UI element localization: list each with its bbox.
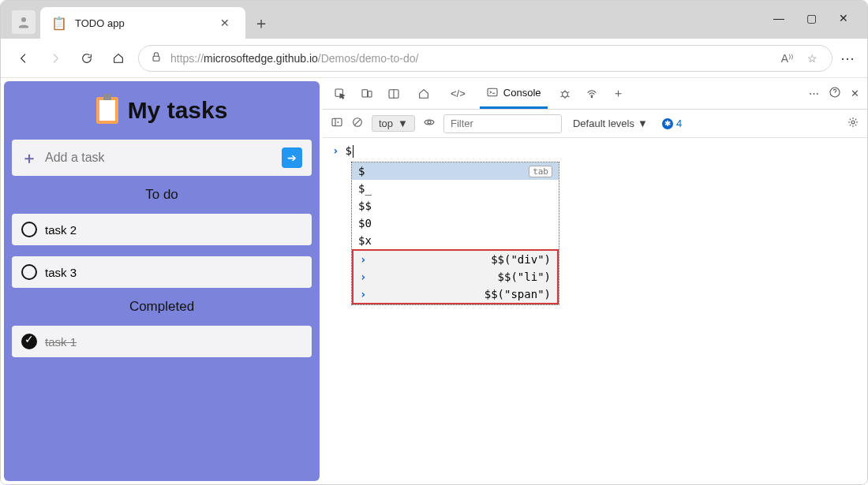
content-area: My tasks ＋ ➔ To do task 2 task 3 Complet… — [1, 78, 867, 484]
completed-section-label: Completed — [12, 299, 312, 315]
lock-icon — [150, 50, 163, 65]
profile-button[interactable] — [12, 10, 36, 34]
svg-rect-11 — [332, 118, 342, 125]
devtools-close-icon[interactable]: ✕ — [851, 88, 859, 99]
tab-close-icon[interactable]: ✕ — [215, 15, 234, 31]
task-item-completed[interactable]: task 1 — [12, 326, 312, 357]
svg-rect-3 — [362, 89, 368, 96]
devtools-tabbar: </> Console ＋ ⋯ ✕ — [323, 78, 867, 110]
bug-icon[interactable] — [556, 88, 574, 100]
svg-rect-7 — [488, 88, 497, 95]
suggestion-item[interactable]: $x — [352, 232, 559, 249]
prompt-caret-icon: › — [332, 144, 339, 157]
maximize-icon[interactable]: ▢ — [806, 12, 817, 24]
issues-counter[interactable]: ✱4 — [662, 118, 682, 129]
context-selector[interactable]: top ▼ — [372, 115, 415, 132]
dock-icon[interactable] — [384, 88, 403, 100]
history-item[interactable]: ›$$("div") — [354, 249, 557, 268]
task-item[interactable]: task 2 — [12, 214, 312, 245]
read-aloud-icon[interactable]: A⁾⁾ — [778, 52, 796, 65]
tab-key-hint: tab — [529, 166, 552, 177]
task-checkbox[interactable] — [21, 264, 37, 280]
svg-point-15 — [428, 121, 431, 124]
console-settings-icon[interactable] — [847, 116, 859, 131]
console-toolbar: top ▼ Default levels ▼ ✱4 — [323, 110, 867, 138]
suggestion-item[interactable]: $_ — [352, 180, 559, 197]
minimize-icon[interactable]: — — [773, 12, 784, 24]
tab-console[interactable]: Console — [480, 78, 548, 109]
tab-title: TODO app — [75, 17, 208, 29]
tab-favicon: 📋 — [51, 16, 67, 31]
history-item[interactable]: ›$$("li") — [354, 268, 557, 285]
task-text: task 1 — [45, 335, 77, 349]
address-bar: https://microsoftedge.github.io/Demos/de… — [1, 39, 867, 78]
titlebar: 📋 TODO app ✕ ＋ — ▢ ✕ — [1, 1, 867, 39]
devtools-more-icon[interactable]: ⋯ — [809, 88, 819, 99]
new-tab-button[interactable]: ＋ — [245, 7, 277, 39]
svg-point-8 — [562, 91, 567, 97]
task-item[interactable]: task 3 — [12, 256, 312, 288]
svg-rect-4 — [368, 91, 372, 96]
submit-task-button[interactable]: ➔ — [282, 147, 302, 168]
home-button[interactable] — [107, 47, 130, 70]
devtools-panel: </> Console ＋ ⋯ ✕ top ▼ Default levels ▼… — [323, 78, 867, 484]
suggestion-item[interactable]: $0 — [352, 215, 559, 232]
svg-point-9 — [591, 96, 592, 97]
network-conditions-icon[interactable] — [582, 88, 601, 100]
device-icon[interactable] — [357, 88, 376, 100]
tab-elements[interactable]: </> — [444, 78, 472, 109]
todo-app: My tasks ＋ ➔ To do task 2 task 3 Complet… — [4, 81, 320, 481]
task-text: task 2 — [45, 223, 77, 237]
favorite-icon[interactable]: ☆ — [804, 52, 821, 65]
svg-rect-1 — [153, 56, 159, 61]
refresh-button[interactable] — [75, 47, 99, 70]
console-filter-input[interactable] — [443, 114, 562, 133]
browser-menu-icon[interactable]: ⋯ — [840, 50, 856, 67]
clear-console-icon[interactable] — [351, 116, 364, 131]
svg-point-0 — [21, 17, 26, 22]
task-checkbox-checked[interactable] — [21, 334, 37, 349]
url-field[interactable]: https://microsoftedge.github.io/Demos/de… — [138, 45, 832, 72]
console-input-text: $ — [345, 144, 351, 157]
svg-point-16 — [851, 121, 855, 124]
task-checkbox[interactable] — [21, 222, 37, 237]
console-prompt[interactable]: › $ — [323, 138, 867, 164]
log-levels-selector[interactable]: Default levels ▼ — [573, 118, 648, 129]
clipboard-icon — [96, 97, 118, 124]
tab-welcome[interactable] — [411, 78, 436, 109]
browser-tab[interactable]: 📋 TODO app ✕ — [40, 7, 245, 39]
task-text: task 3 — [45, 266, 77, 279]
history-item[interactable]: ›$$("span") — [354, 285, 557, 303]
app-title: My tasks — [12, 89, 312, 129]
add-task-row: ＋ ➔ — [12, 140, 312, 176]
live-expression-icon[interactable] — [423, 116, 436, 131]
forward-button — [43, 47, 67, 70]
help-icon[interactable] — [829, 86, 841, 101]
window-controls: — ▢ ✕ — [773, 1, 867, 35]
autocomplete-popup: $ tab $_ $$ $0 $x ›$$("div") ›$$("li") ›… — [351, 162, 559, 305]
todo-section-label: To do — [12, 187, 312, 203]
toggle-sidebar-icon[interactable] — [331, 116, 343, 131]
inspect-icon[interactable] — [331, 88, 350, 100]
more-tabs-icon[interactable]: ＋ — [609, 86, 628, 101]
suggestion-item[interactable]: $$ — [352, 197, 559, 215]
close-window-icon[interactable]: ✕ — [839, 12, 848, 24]
suggestion-item[interactable]: $ tab — [352, 162, 559, 180]
history-suggestions: ›$$("div") ›$$("li") ›$$("span") — [352, 249, 559, 304]
back-button[interactable] — [12, 47, 36, 70]
console-body: › $ $ tab $_ $$ $0 $x ›$$("div") ›$$("li… — [323, 138, 867, 484]
url-text: https://microsoftedge.github.io/Demos/de… — [170, 52, 418, 65]
plus-icon: ＋ — [21, 147, 37, 169]
add-task-input[interactable] — [45, 151, 274, 165]
svg-line-14 — [355, 120, 361, 125]
